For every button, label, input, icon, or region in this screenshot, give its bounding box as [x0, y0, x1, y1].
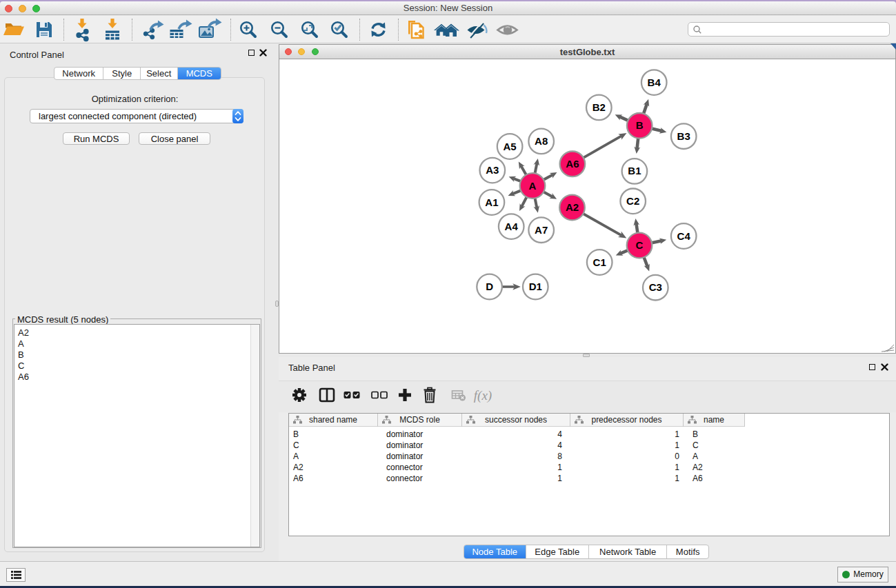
svg-text:A7: A7	[535, 224, 548, 236]
svg-text:C4: C4	[677, 230, 691, 242]
svg-text:A: A	[529, 180, 537, 192]
svg-text:D1: D1	[529, 281, 542, 292]
svg-text:A4: A4	[505, 221, 519, 232]
svg-text:B3: B3	[677, 130, 690, 142]
svg-text:B2: B2	[593, 101, 606, 113]
svg-text:B: B	[636, 119, 644, 131]
svg-text:A6: A6	[566, 158, 579, 170]
svg-text:A2: A2	[566, 201, 579, 213]
svg-text:B1: B1	[628, 165, 641, 176]
svg-text:C2: C2	[626, 195, 639, 207]
svg-text:C: C	[636, 239, 644, 251]
svg-text:A5: A5	[504, 141, 517, 152]
svg-text:C1: C1	[593, 256, 606, 268]
svg-text:B4: B4	[648, 77, 661, 88]
svg-text:A1: A1	[485, 196, 498, 208]
svg-text:f(x): f(x)	[474, 388, 492, 403]
svg-text:D: D	[486, 281, 493, 292]
svg-text:C3: C3	[649, 281, 662, 293]
svg-text:A3: A3	[486, 164, 499, 176]
svg-text:A8: A8	[535, 135, 548, 147]
